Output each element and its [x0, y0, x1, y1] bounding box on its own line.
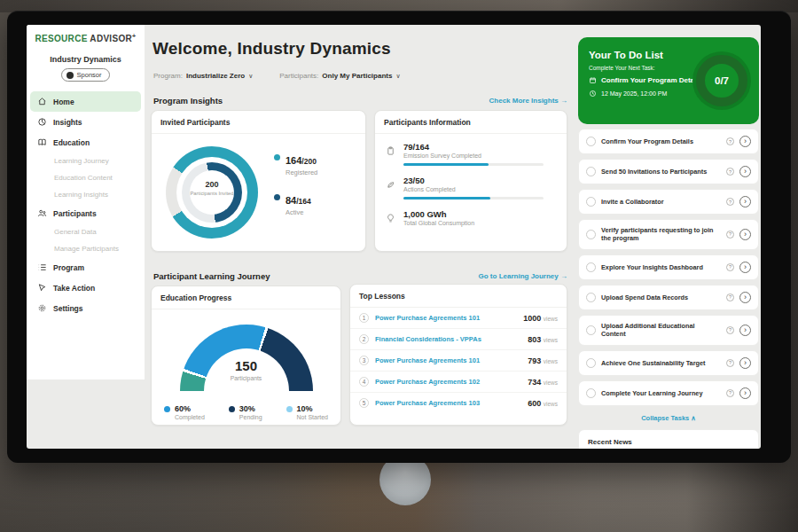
lesson-title-link[interactable]: Power Purchase Agreements 102 [375, 378, 521, 386]
sidebar-item-home[interactable]: Home [30, 91, 141, 112]
sidebar-item-insights[interactable]: Insights [27, 112, 145, 132]
question-icon[interactable]: ? [726, 231, 734, 239]
sidebar-item-manage-participants[interactable]: Manage Participants [27, 240, 145, 257]
sidebar-item-general-data[interactable]: General Data [27, 223, 145, 240]
task-row-upload-spend-data[interactable]: Upload Spend Data Records ? › [578, 285, 759, 310]
sidebar-item-settings[interactable]: Settings [27, 298, 145, 318]
home-icon [37, 97, 47, 106]
chevron-right-icon[interactable]: › [739, 166, 751, 177]
collapse-tasks-label: Collapse Tasks [641, 414, 689, 422]
legend-dot-registered [274, 154, 280, 160]
emission-survey-progress-track [403, 163, 544, 166]
question-icon[interactable]: ? [726, 359, 734, 367]
lesson-views-count: 1000 [523, 314, 541, 323]
question-icon[interactable]: ? [726, 389, 734, 397]
question-icon[interactable]: ? [726, 326, 734, 334]
todo-progress-ring: 0/7 [692, 51, 751, 110]
question-icon[interactable]: ? [726, 168, 734, 176]
sidebar-item-education[interactable]: Education [27, 132, 145, 153]
question-icon[interactable]: ? [726, 198, 734, 206]
gauge-legend: 60% Completed 30% Pending [152, 394, 340, 420]
todo-summary-card: Your To Do List Complete Your Next Task:… [578, 37, 759, 124]
clipboard-icon [386, 145, 395, 156]
task-checkbox[interactable] [586, 230, 596, 239]
participants-filter-dropdown[interactable]: Participants: Only My Participants ∨ [279, 72, 400, 80]
go-to-learning-journey-link[interactable]: Go to Learning Journey → [479, 272, 567, 280]
task-row-complete-learning-journey[interactable]: Complete Your Learning Journey ? › [578, 380, 759, 406]
sidebar-item-label: Settings [53, 304, 83, 313]
active-total: /164 [296, 197, 311, 206]
chevron-right-icon[interactable]: › [739, 229, 751, 240]
task-row-verify-participants[interactable]: Verify participants requesting to join t… [578, 219, 759, 250]
completed-label: Completed [175, 414, 205, 420]
chevron-up-icon: ∧ [691, 414, 696, 422]
arrow-right-icon: → [560, 97, 567, 105]
program-insights-header: Program Insights Check More Insights → [153, 96, 567, 106]
chevron-right-icon[interactable]: › [739, 325, 751, 336]
education-icon [37, 137, 47, 147]
gauge-participants-count: 150 [180, 358, 313, 373]
sidebar: RESOURCE ADVISOR+ Industry Dynamics Spon… [27, 25, 145, 379]
task-label: Confirm Your Program Details [601, 137, 721, 145]
pending-label: Pending [239, 414, 262, 420]
task-checkbox[interactable] [586, 325, 596, 335]
sidebar-item-program[interactable]: Program [27, 257, 145, 278]
task-row-achieve-sustainability-target[interactable]: Achieve One Sustainability Target ? › [578, 350, 759, 376]
invited-count-label: Participants Invited [190, 191, 234, 198]
dashboard-screen: RESOURCE ADVISOR+ Industry Dynamics Spon… [27, 25, 761, 449]
question-icon[interactable]: ? [726, 263, 734, 271]
legend-dot-not-started [286, 406, 293, 412]
chevron-right-icon[interactable]: › [739, 136, 751, 147]
task-checkbox[interactable] [586, 262, 596, 272]
consumption-bulb-icon [386, 213, 395, 223]
task-checkbox[interactable] [586, 137, 596, 146]
task-row-explore-insights[interactable]: Explore Your Insights Dashboard ? › [578, 254, 759, 280]
lesson-views-label: views [544, 379, 558, 386]
sidebar-item-label: Participants [53, 209, 97, 218]
lesson-title-link[interactable]: Power Purchase Agreements 101 [375, 314, 517, 322]
background-shade [0, 452, 798, 532]
task-row-confirm-program[interactable]: Confirm Your Program Details ? › [578, 129, 759, 154]
program-filter-dropdown[interactable]: Program: Industrialize Zero ∨ [153, 72, 253, 80]
task-checkbox[interactable] [586, 293, 596, 302]
sidebar-item-learning-insights[interactable]: Learning Insights [27, 186, 145, 203]
sidebar-item-learning-journey[interactable]: Learning Journey [27, 153, 145, 169]
lesson-row: 5 Power Purchase Agreements 103 600 view… [350, 393, 567, 413]
chevron-right-icon[interactable]: › [739, 292, 751, 303]
check-more-insights-link[interactable]: Check More Insights → [489, 97, 567, 105]
task-row-upload-educational-content[interactable]: Upload Additional Educational Content ? … [578, 315, 759, 346]
emission-survey-progress-fill [403, 163, 489, 166]
monitor-bezel: RESOURCE ADVISOR+ Industry Dynamics Spon… [7, 11, 791, 463]
lesson-title-link[interactable]: Financial Considerations - VPPAs [375, 335, 521, 343]
chevron-right-icon[interactable]: › [739, 357, 751, 369]
participants-information-stats: 79/164 Emission Survey Completed 23/50 A… [375, 134, 567, 227]
role-badge: Sponsor [61, 68, 111, 82]
task-row-send-invitations[interactable]: Send 50 Invitations to Participants ? › [578, 159, 759, 184]
sidebar-item-participants[interactable]: Participants [27, 203, 145, 223]
not-started-pct: 10% [297, 404, 328, 413]
collapse-tasks-link[interactable]: Collapse Tasks ∧ [578, 414, 759, 422]
recent-news-title: Recent News [588, 438, 749, 446]
task-checkbox[interactable] [586, 358, 596, 368]
main-content: Welcome, Industry Dynamics Program: Indu… [145, 25, 578, 449]
program-filter-value: Industrialize Zero [186, 72, 245, 80]
task-checkbox[interactable] [586, 167, 596, 176]
participants-information-card: Participants Information 79/164 Emission… [374, 110, 567, 252]
sidebar-item-take-action[interactable]: Take Action [27, 278, 145, 298]
task-row-invite-collaborator[interactable]: Invite a Collaborator ? › [578, 189, 759, 215]
task-checkbox[interactable] [586, 197, 596, 207]
chevron-right-icon[interactable]: › [739, 387, 751, 399]
chevron-right-icon[interactable]: › [739, 262, 751, 273]
question-icon[interactable]: ? [726, 137, 734, 145]
actions-icon [386, 180, 395, 190]
question-icon[interactable]: ? [726, 293, 734, 301]
sidebar-item-education-content[interactable]: Education Content [27, 169, 145, 186]
learning-journey-header: Participant Learning Journey Go to Learn… [153, 271, 567, 281]
lesson-title-link[interactable]: Power Purchase Agreements 101 [375, 356, 521, 364]
lesson-rank: 3 [359, 356, 369, 365]
chevron-right-icon[interactable]: › [739, 196, 751, 207]
lesson-title-link[interactable]: Power Purchase Agreements 103 [375, 399, 521, 407]
sidebar-item-label: Home [53, 98, 74, 106]
sidebar-item-label: Education Content [54, 174, 113, 182]
task-checkbox[interactable] [586, 388, 596, 398]
